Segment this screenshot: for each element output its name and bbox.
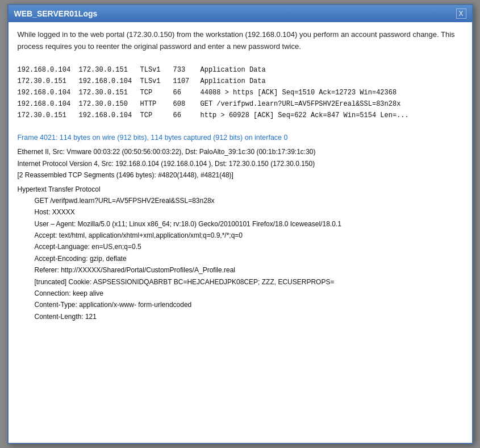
packet-info: Application Data bbox=[201, 76, 463, 86]
packet-dst: 192.168.0.104 bbox=[79, 76, 136, 86]
packet-info: http > 60928 [ACK] Seq=622 Ack=847 Win=5… bbox=[201, 110, 463, 121]
title-bar: WEB_SERVER01Logs X bbox=[9, 5, 472, 22]
window-title: WEB_SERVER01Logs bbox=[14, 9, 98, 18]
packet-src: 192.168.0.104 bbox=[18, 65, 74, 75]
http-header-line: Content-Length: 121 bbox=[18, 311, 463, 322]
packet-proto: TLSv1 bbox=[140, 76, 169, 86]
packet-dst: 192.168.0.104 bbox=[79, 110, 136, 121]
packet-proto: TLSv1 bbox=[140, 65, 169, 75]
packet-len: 66 bbox=[173, 110, 196, 121]
http-header-line: Accept-Encoding: gzip, deflate bbox=[18, 253, 463, 264]
packet-len: 608 bbox=[173, 99, 196, 109]
packet-len: 66 bbox=[173, 88, 196, 98]
close-button[interactable]: X bbox=[456, 9, 466, 19]
tcp-line: [2 Reassembled TCP Segments (1496 bytes)… bbox=[18, 169, 463, 181]
frame-link[interactable]: Frame 4021: 114 bytes on wire (912 bits)… bbox=[18, 132, 463, 143]
http-header-line: User – Agent: Mozilla/5.0 (x11; Linux x8… bbox=[18, 218, 463, 230]
http-header-line: Referer: http://XXXXX/Shared/Portal/Cust… bbox=[18, 264, 463, 276]
packet-info: Application Data bbox=[201, 65, 463, 75]
http-header-line: Host: XXXXX bbox=[18, 206, 463, 218]
packet-src: 172.30.0.151 bbox=[18, 110, 74, 121]
packet-src: 192.168.0.104 bbox=[18, 88, 74, 98]
packet-src: 192.168.0.104 bbox=[18, 99, 74, 109]
packet-info: 44088 > https [ACK] Seq=1510 Ack=12723 W… bbox=[201, 88, 463, 98]
http-header-line: Accept-Language: en=US,en;q=0.5 bbox=[18, 241, 463, 252]
window-content[interactable]: While logged in to the web portal (172.3… bbox=[9, 22, 472, 443]
packet-len: 1107 bbox=[173, 76, 196, 86]
packet-proto: TCP bbox=[140, 88, 169, 98]
packet-len: 733 bbox=[173, 65, 196, 75]
packet-proto: TCP bbox=[140, 110, 169, 121]
description-text: While logged in to the web portal (172.3… bbox=[18, 29, 463, 53]
http-header-line: GET /verifpwd.learn?URL=AV5FPSHV2Ereal&S… bbox=[18, 195, 463, 206]
packet-info: GET /verifpwd.learn?URL=AV5FPSHV2Ereal&S… bbox=[201, 99, 463, 109]
packet-dst: 172.30.0.150 bbox=[79, 99, 136, 109]
ethernet-line: Ethernet II, Src: Vmware 00:03:22 (00:50… bbox=[18, 146, 463, 157]
http-headers-container: GET /verifpwd.learn?URL=AV5FPSHV2Ereal&S… bbox=[18, 195, 463, 322]
packet-dst: 172.30.0.151 bbox=[79, 65, 136, 75]
packet-row: 172.30.0.151 192.168.0.104 TLSv1 1107 Ap… bbox=[18, 76, 463, 87]
http-header-line: Content-Type: application/x-www- form-ur… bbox=[18, 299, 463, 310]
main-window: WEB_SERVER01Logs X While logged in to th… bbox=[7, 4, 473, 444]
packet-proto: HTTP bbox=[140, 99, 169, 109]
http-title: Hypertext Transfer Protocol bbox=[18, 184, 463, 195]
frame-section: Frame 4021: 114 bytes on wire (912 bits)… bbox=[18, 132, 463, 323]
packet-src: 172.30.0.151 bbox=[18, 76, 74, 86]
http-header-line: Connection: keep alive bbox=[18, 288, 463, 299]
packet-row: 192.168.0.104 172.30.0.151 TLSv1 733 App… bbox=[18, 64, 463, 76]
http-header-line: [truncated] Cookie: ASPSESSIONIDQABRBT B… bbox=[18, 276, 463, 288]
packet-row: 172.30.0.151 192.168.0.104 TCP 66 http >… bbox=[18, 110, 463, 121]
http-header-line: Accept: text/html, application/xhtml+xml… bbox=[18, 230, 463, 241]
packet-row: 192.168.0.104 172.30.0.151 TCP 66 44088 … bbox=[18, 87, 463, 98]
ip-line: Internet Protocol Version 4, Src: 192.16… bbox=[18, 158, 463, 169]
packet-table: 192.168.0.104 172.30.0.151 TLSv1 733 App… bbox=[18, 64, 463, 121]
frame-detail: Ethernet II, Src: Vmware 00:03:22 (00:50… bbox=[18, 146, 463, 181]
packet-row: 192.168.0.104 172.30.0.150 HTTP 608 GET … bbox=[18, 98, 463, 110]
packet-dst: 172.30.0.151 bbox=[79, 88, 136, 98]
http-section: Hypertext Transfer Protocol GET /verifpw… bbox=[18, 184, 463, 323]
